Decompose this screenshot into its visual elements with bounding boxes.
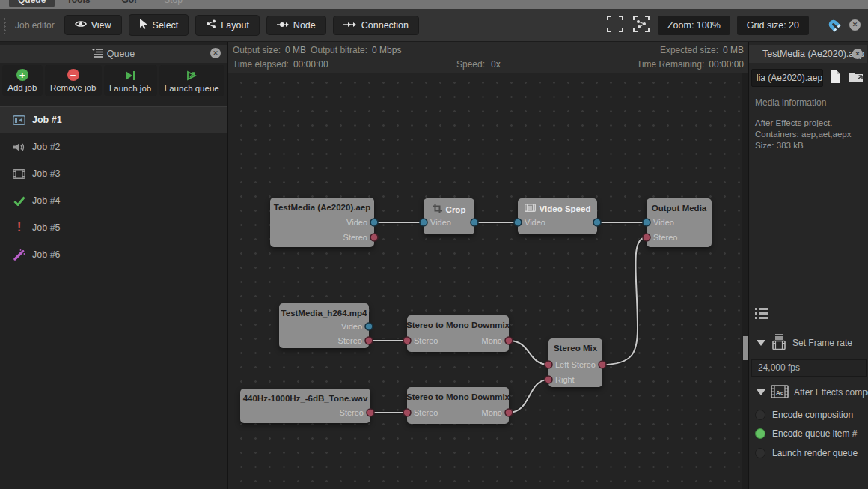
browse-folder-icon[interactable] <box>848 70 864 85</box>
launch-queue-button[interactable]: Launch queue <box>159 65 225 96</box>
port-label: Video <box>341 320 362 333</box>
port-label: Stereo <box>338 334 362 347</box>
port-label: Left <box>555 358 569 371</box>
graph-grid[interactable] <box>228 73 742 489</box>
expected-size-label: Expected size: <box>660 43 718 58</box>
grid-size-button[interactable]: Grid size: 20 <box>737 16 809 35</box>
node-crop[interactable]: Crop Video <box>424 198 474 234</box>
error-icon: ! <box>13 222 25 234</box>
node-output-media[interactable]: Output Media Video Stereo <box>647 198 712 247</box>
properties-list-icon[interactable] <box>755 308 768 321</box>
film-frame-icon <box>525 204 536 213</box>
node-downmix-2[interactable]: Stereo to Mono Downmix Stereo Mono <box>407 387 509 424</box>
check-icon <box>13 195 25 207</box>
job-row-5[interactable]: ! Job #5 <box>0 214 227 241</box>
magnet-icon <box>824 15 842 36</box>
snap-magnet-button[interactable] <box>823 16 843 35</box>
fit-graph-button[interactable] <box>632 16 651 35</box>
queue-panel: Queue ✕ + Add job − Remove job Launch jo… <box>0 42 228 489</box>
svg-text:Ae: Ae <box>776 389 784 395</box>
menu-stop: Stop <box>155 0 192 7</box>
port-label: Stereo <box>340 406 364 419</box>
job-row-1[interactable]: Job #1 <box>0 106 227 133</box>
job-row-2[interactable]: Job #2 <box>0 133 227 160</box>
menu-queue[interactable]: Queue <box>9 0 55 7</box>
media-file-input[interactable]: lia (Ae2020).aep <box>751 69 823 87</box>
time-elapsed-value: 00:00:00 <box>293 58 328 72</box>
node-testmedia-mp4[interactable]: TestMedia_h264.mp4 Video Stereo <box>279 303 369 348</box>
add-job-button[interactable]: + Add job <box>2 65 43 96</box>
port-label: Video <box>653 216 674 229</box>
time-remaining-value: 00:00:00 <box>709 58 744 72</box>
job-row-3[interactable]: Job #3 <box>0 160 227 187</box>
port-label: Mono <box>481 334 502 347</box>
framerate-icon <box>771 334 787 353</box>
radio-encode-queue-item[interactable]: Encode queue item # <box>755 428 857 439</box>
ae-composition-icon: Ae <box>771 385 789 401</box>
port-label: Video <box>346 216 367 229</box>
radio-launch-render-queue[interactable]: Launch render queue <box>755 448 858 458</box>
fit-view-button[interactable] <box>605 16 625 35</box>
connection-icon <box>343 20 357 31</box>
zoom-level-button[interactable]: Zoom: 100% <box>658 16 730 35</box>
layout-button[interactable]: Layout <box>195 15 260 36</box>
speed-label: Speed: <box>456 58 485 72</box>
time-elapsed-label: Time elapsed: <box>233 58 289 72</box>
menu-go[interactable]: Go! <box>112 0 146 7</box>
wand-icon <box>13 249 25 261</box>
inspector-tab-title: TestMedia (Ae2020).aep <box>762 49 864 59</box>
inspector-tab[interactable]: TestMedia (Ae2020).aep ✕ <box>749 45 867 63</box>
node-tone-wav[interactable]: 440Hz-1000Hz_-6dB_Tone.wav Stereo <box>240 389 370 423</box>
close-queue-panel-icon[interactable]: ✕ <box>210 48 221 58</box>
canvas-scrollbar[interactable] <box>742 73 748 489</box>
ae-section-label: After Effects compo <box>794 387 868 398</box>
node-button[interactable]: Node <box>266 16 326 35</box>
collapse-arrow-icon[interactable] <box>757 389 765 395</box>
job-list: Job #1 Job #2 Job #3 Job #4 <box>0 106 227 268</box>
node-downmix-1[interactable]: Stereo to Mono Downmix Stereo Mono <box>407 315 509 352</box>
file-icon[interactable] <box>830 70 841 86</box>
toolbar-drag-handle[interactable] <box>3 17 7 34</box>
menu-tools[interactable]: Tools <box>58 0 99 7</box>
queue-actions: + Add job − Remove job Launch job Launch… <box>0 63 227 98</box>
framerate-section-row[interactable]: Set Frame rate <box>757 334 852 352</box>
output-bitrate-value: 0 Mbps <box>372 43 401 58</box>
connection-button[interactable]: Connection <box>333 16 419 35</box>
port-label: Stereo <box>414 406 438 419</box>
node-icon <box>277 20 289 31</box>
collapse-arrow-icon[interactable] <box>757 340 765 346</box>
output-size-value: 0 MB <box>285 43 306 58</box>
node-stereo-mix[interactable]: Stereo Mix Left Stereo Right <box>548 338 602 387</box>
encode-status-bar: Output size: 0 MB Output bitrate: 0 Mbps… <box>228 42 748 72</box>
port-label: Stereo <box>572 358 596 371</box>
queue-panel-header: Queue ✕ <box>0 45 227 63</box>
radio-icon[interactable] <box>755 410 765 420</box>
view-button[interactable]: View <box>64 15 122 35</box>
time-remaining-label: Time Remaining: <box>637 58 704 72</box>
radio-icon[interactable] <box>755 448 765 458</box>
node-graph-canvas[interactable]: Output size: 0 MB Output bitrate: 0 Mbps… <box>228 42 748 489</box>
layout-icon <box>206 19 216 31</box>
play-arrow-icon <box>186 69 198 82</box>
media-information-title: Media information <box>755 97 867 108</box>
ae-section-row[interactable]: Ae After Effects compo <box>757 383 868 401</box>
framerate-section-label: Set Frame rate <box>792 338 852 348</box>
output-size-label: Output size: <box>233 43 281 58</box>
launch-job-button[interactable]: Launch job <box>104 65 157 96</box>
node-testmedia-aep[interactable]: TestMedia (Ae2020).aep Video Stereo <box>270 198 374 247</box>
framerate-value-input[interactable]: 24,000 fps <box>751 359 867 377</box>
canvas-scrollbar-thumb[interactable] <box>743 336 748 360</box>
job-row-4[interactable]: Job #4 <box>0 187 227 214</box>
speed-value: 0x <box>491 58 501 72</box>
close-inspector-icon[interactable]: ✕ <box>852 49 863 59</box>
node-video-speed[interactable]: Video Speed Video <box>518 198 597 234</box>
job-row-6[interactable]: Job #6 <box>0 241 227 268</box>
radio-encode-composition[interactable]: Encode composition <box>755 410 853 420</box>
fit-view-icon <box>607 16 623 35</box>
select-button[interactable]: Select <box>129 14 189 36</box>
radio-selected-icon[interactable] <box>755 428 765 439</box>
remove-job-button[interactable]: − Remove job <box>45 65 102 96</box>
close-editor-icon[interactable]: ✕ <box>849 19 861 31</box>
crop-icon <box>433 204 442 215</box>
plus-circle-icon: + <box>16 69 28 81</box>
